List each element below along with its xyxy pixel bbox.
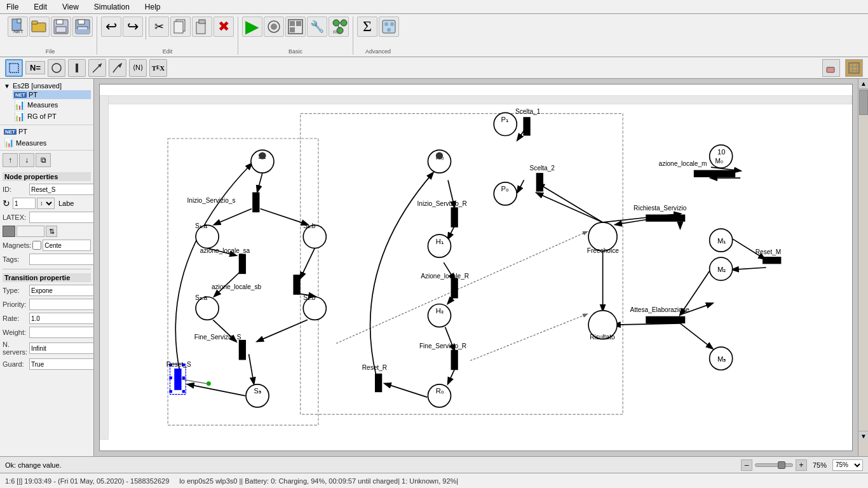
scroll-down-arrow[interactable]: ▼	[858, 431, 868, 441]
new-button[interactable]: NET	[8, 17, 28, 37]
place-freechoice[interactable]	[588, 222, 617, 251]
place-tool[interactable]	[48, 59, 65, 77]
svg-text:Azione_locale_R: Azione_locale_R	[421, 273, 469, 280]
magnets-input[interactable]	[43, 240, 91, 251]
tags-input[interactable]	[29, 254, 93, 265]
label-field-label: Labe	[58, 200, 74, 207]
id-row: ID:	[3, 184, 91, 195]
weight-input[interactable]	[29, 327, 93, 338]
rate-input[interactable]	[29, 313, 93, 324]
transition-inizio-servizio-s[interactable]	[252, 193, 259, 213]
undo-button[interactable]: ↩	[101, 17, 121, 37]
transition-azione-locale-sb[interactable]	[293, 274, 300, 295]
transition-inizio-servizio-r[interactable]	[451, 207, 458, 227]
transition-richiesta-servizio[interactable]	[646, 215, 685, 222]
selected-measures[interactable]: 📊 Measures	[3, 137, 91, 149]
zoom-slider-thumb[interactable]	[778, 461, 785, 469]
svg-line-60	[517, 131, 524, 140]
erase-tool[interactable]	[822, 59, 840, 77]
menu-simulation[interactable]: Simulation	[90, 1, 133, 13]
redo-button[interactable]: ↪	[123, 17, 143, 37]
priority-input[interactable]	[29, 299, 93, 310]
transition-azione-locale-m[interactable]	[694, 170, 735, 177]
menu-help[interactable]: Help	[141, 1, 165, 13]
up-button[interactable]: ↑	[3, 153, 18, 167]
save-button[interactable]	[72, 17, 93, 37]
select-tool[interactable]	[5, 59, 23, 77]
cut-button[interactable]: ✂	[149, 17, 169, 37]
svg-text:P₀: P₀	[501, 185, 509, 193]
sigma-button[interactable]: Σ	[357, 17, 377, 37]
svg-line-49	[257, 173, 262, 191]
inhibitor-tool[interactable]: ⟨N⟩	[129, 59, 147, 77]
color-swatch[interactable]	[3, 226, 15, 237]
petri-net-svg[interactable]: S₁ P₁ P₀ S₁.a S₁.b H₀ H₁	[100, 85, 852, 451]
canvas[interactable]: S₁ P₁ P₀ S₁.a S₁.b H₀ H₁	[99, 84, 853, 451]
menu-file[interactable]: File	[3, 1, 22, 13]
svg-text:Risultato: Risultato	[590, 334, 615, 341]
latex-input[interactable]	[29, 212, 93, 223]
transition-scelta1[interactable]	[523, 117, 530, 135]
tree-expand[interactable]: ▼ Es2B [unsaved]	[3, 81, 91, 90]
transition-fine-servizio-r[interactable]	[451, 350, 458, 370]
svg-line-61	[517, 180, 524, 192]
zoom-slider-track[interactable]	[755, 463, 793, 467]
copy-button[interactable]	[170, 17, 191, 37]
transition-tool[interactable]	[68, 59, 86, 77]
transition-azione-locale-sa[interactable]	[239, 254, 246, 274]
right-scrollbar[interactable]: ▲ ▼	[858, 79, 868, 456]
svg-rect-7	[56, 27, 66, 32]
save-as-button[interactable]	[51, 17, 71, 37]
open-button[interactable]	[29, 17, 50, 37]
zoom-dropdown[interactable]: 75% 50% 100% 125%	[832, 459, 863, 471]
arc-tool[interactable]	[88, 59, 106, 77]
guard-label: Guard:	[3, 360, 28, 368]
svg-text:S₁.a: S₁.a	[195, 222, 208, 229]
transition-reset-r[interactable]	[375, 374, 382, 392]
record-button[interactable]	[264, 17, 284, 37]
transition-azione-locale-r[interactable]	[451, 278, 458, 299]
svg-text:S₂.a: S₂.a	[195, 294, 208, 301]
n-equals-tool[interactable]: N=	[25, 61, 45, 74]
advanced2-button[interactable]	[379, 17, 399, 37]
menu-view[interactable]: View	[58, 1, 83, 13]
tex-tool[interactable]: TEX	[149, 59, 167, 77]
delete-button[interactable]: ✖	[214, 17, 234, 37]
magnets-checkbox[interactable]	[32, 241, 41, 250]
transition-scelta2[interactable]	[536, 173, 543, 191]
rotation-select[interactable]: ↕	[37, 198, 55, 209]
paste-button[interactable]	[192, 17, 212, 37]
nservers-input[interactable]	[29, 342, 93, 354]
tree-rg-pt[interactable]: 📊 RG of PT	[13, 111, 91, 122]
down-button[interactable]: ↓	[19, 153, 34, 167]
zoom-minus-button[interactable]: –	[741, 459, 752, 471]
arc-curve-tool[interactable]	[109, 59, 126, 77]
transition-reset-m[interactable]	[763, 257, 781, 264]
selected-net[interactable]: NET PT	[3, 126, 91, 137]
scroll-thumb[interactable]	[859, 90, 868, 115]
grid-toggle[interactable]	[845, 59, 863, 77]
tree-selected-panel: NET PT 📊 Measures	[0, 125, 93, 151]
transition-fine-servizio-s[interactable]	[239, 340, 246, 360]
id-input[interactable]	[29, 184, 93, 195]
scroll-up-arrow[interactable]: ▲	[858, 79, 868, 89]
tools-button[interactable]: 🔧	[307, 17, 327, 37]
zoom-plus-button[interactable]: +	[796, 459, 807, 471]
canvas-area[interactable]: S₁ P₁ P₀ S₁.a S₁.b H₀ H₁	[94, 79, 858, 456]
rg-button[interactable]: RG	[329, 17, 349, 37]
type-input[interactable]	[29, 285, 93, 296]
rotation-input[interactable]	[13, 198, 36, 209]
transition-attesa-elaborazione[interactable]	[646, 316, 685, 323]
zoom-controls: – + 75% 75% 50% 100% 125%	[741, 459, 863, 471]
transition-reset-s[interactable]	[174, 369, 181, 390]
guard-input[interactable]	[29, 358, 93, 370]
tree-net-pt[interactable]: NET PT	[13, 90, 91, 99]
expand-btn[interactable]: ⇅	[46, 226, 57, 237]
tree-measures[interactable]: 📊 Measures	[13, 99, 91, 111]
color-box[interactable]	[17, 226, 44, 237]
menu-edit[interactable]: Edit	[30, 1, 51, 13]
copy-item-button[interactable]: ⧉	[36, 153, 51, 167]
svg-text:M₀: M₀	[715, 158, 723, 165]
export-button[interactable]	[285, 17, 306, 37]
run-button[interactable]: ▶	[242, 17, 262, 37]
